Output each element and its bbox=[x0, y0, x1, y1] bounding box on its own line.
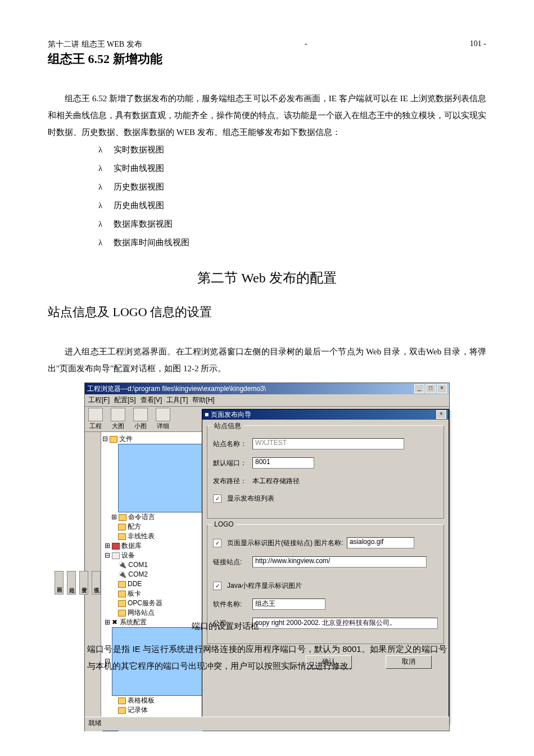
dialog-title: 页面发布向导 bbox=[211, 411, 251, 418]
page-header: 第十二讲 组态王 WEB 发布 - 101 - bbox=[48, 39, 486, 50]
show-logo-checkbox[interactable]: ✓ bbox=[213, 539, 221, 547]
software-input[interactable]: 组态王 bbox=[252, 598, 325, 610]
header-mid: - bbox=[305, 39, 307, 50]
group-label: 站点信息 bbox=[212, 421, 243, 431]
image-name-input[interactable]: asialogo.gif bbox=[347, 537, 414, 548]
overlay-paragraph: 端口号是指 IE 与运行系统进行网络连接的应用程序端口号，默认为 8001。如果… bbox=[87, 641, 447, 674]
tree-node[interactable]: 板卡 bbox=[102, 589, 201, 598]
menubar: 工程[F] 配置[S] 查看[V] 工具[T] 帮助[H] bbox=[85, 394, 449, 407]
menu-tools[interactable]: 工具[T] bbox=[166, 395, 188, 405]
tree-node[interactable]: ⊞ 数据库 bbox=[102, 541, 201, 551]
tab-system[interactable]: 系统 bbox=[92, 571, 101, 595]
software-label: 软件名称: bbox=[213, 600, 249, 609]
lambda-icon: λ bbox=[98, 233, 102, 252]
feature-list: λ实时数据视图 λ实时曲线视图 λ历史数据视图 λ历史曲线视图 λ数据库数据视图… bbox=[98, 141, 486, 252]
list-item: λ数据库数据视图 bbox=[98, 215, 486, 233]
paragraph-2: 进入组态王工程浏览器界面。在工程浏览器窗口左侧的目录树的最后一个节点为 Web … bbox=[48, 343, 486, 377]
show-group-label: 显示发布组列表 bbox=[227, 494, 274, 503]
tree-node[interactable]: 🔌 COM2 bbox=[102, 570, 201, 579]
list-item: λ历史曲线视图 bbox=[98, 196, 486, 215]
show-group-checkbox[interactable]: ✓ bbox=[213, 494, 221, 503]
minimize-button[interactable]: _ bbox=[414, 384, 424, 393]
project-icon bbox=[88, 408, 103, 421]
section-title: 第二节 Web 发布的配置 bbox=[48, 269, 486, 287]
close-button[interactable]: × bbox=[437, 384, 447, 393]
large-icon bbox=[111, 408, 125, 421]
tree-node[interactable]: ⊞ 命令语言 bbox=[102, 512, 201, 522]
intro-paragraph: 组态王 6.52 新增了数据发布的功能，服务端组态王可以不必发布画面，IE 客户… bbox=[48, 90, 486, 141]
tree-node[interactable]: 非线性表 bbox=[102, 532, 201, 541]
group-label: LOGO bbox=[212, 520, 236, 528]
tab-variable[interactable]: 变量 bbox=[79, 571, 88, 595]
tree-node[interactable]: ⊟ 设备 bbox=[102, 551, 201, 560]
company-input[interactable]: copy right 2000-2002. 北京亚控科技有限公司。 bbox=[252, 618, 438, 629]
port-input[interactable]: 8001 bbox=[252, 457, 314, 469]
lambda-icon: λ bbox=[98, 141, 102, 159]
dialog-titlebar[interactable]: ■ 页面发布向导 × bbox=[202, 410, 449, 420]
tree-node[interactable]: 表格模板 bbox=[102, 696, 201, 705]
path-value: 本工程存储路径 bbox=[252, 476, 300, 486]
detail-icon bbox=[156, 408, 170, 421]
menu-help[interactable]: 帮助[H] bbox=[192, 395, 214, 405]
tab-screen[interactable]: 画面 bbox=[55, 571, 64, 595]
site-name-input[interactable]: WXJTEST bbox=[252, 438, 404, 449]
tree-node[interactable]: 网络站点 bbox=[102, 608, 201, 618]
toolbar-small[interactable]: 小图 bbox=[133, 408, 148, 430]
list-item: λ历史数据视图 bbox=[98, 178, 486, 196]
toolbar-large[interactable]: 大图 bbox=[111, 408, 125, 430]
tree-node[interactable]: DDE bbox=[102, 579, 201, 589]
tree-node[interactable]: 画面 bbox=[102, 444, 201, 512]
toolbar-detail[interactable]: 详细 bbox=[156, 408, 170, 430]
statusbar: 就绪 bbox=[85, 717, 449, 731]
list-item: λ实时曲线视图 bbox=[98, 159, 486, 178]
tree-node[interactable]: ⊟ 文件 bbox=[102, 434, 201, 444]
show-logo-label: 页面显示标识图片(链接站点) 图片名称: bbox=[227, 538, 343, 548]
window-title: 工程浏览器---d:\program files\kingview\exampl… bbox=[87, 384, 266, 394]
menu-view[interactable]: 查看[V] bbox=[141, 395, 162, 405]
lambda-icon: λ bbox=[98, 178, 102, 196]
site-info-group: 站点信息 站点名称： WXJTEST 默认端口： 8001 发布路径： 本工程存… bbox=[207, 425, 444, 519]
site-name-label: 站点名称： bbox=[213, 439, 249, 449]
small-icon bbox=[133, 408, 148, 421]
toolbar-project[interactable]: 工程 bbox=[88, 408, 103, 430]
window-titlebar[interactable]: 工程浏览器---d:\program files\kingview\exampl… bbox=[85, 383, 449, 394]
menu-file[interactable]: 工程[F] bbox=[88, 395, 110, 405]
tab-site[interactable]: 站点 bbox=[67, 571, 76, 595]
java-logo-label: Java小程序显示标识图片 bbox=[227, 581, 302, 591]
header-right: 101 - bbox=[470, 39, 486, 50]
tree-node[interactable]: ⊞ ✖ 系统配置 bbox=[102, 618, 201, 627]
tree-node[interactable]: 配方 bbox=[102, 522, 201, 532]
port-label: 默认端口： bbox=[213, 458, 249, 468]
list-item: λ数据库时间曲线视图 bbox=[98, 233, 486, 252]
link-site-label: 链接站点: bbox=[213, 557, 249, 567]
path-label: 发布路径： bbox=[213, 476, 249, 486]
link-site-input[interactable]: http://www.kingview.com/ bbox=[252, 556, 427, 568]
app-window: 工程浏览器---d:\program files\kingview\exampl… bbox=[84, 382, 450, 731]
tree-panel[interactable]: ⊟ 文件 画面 ⊞ 命令语言 配方 非线性表 ⊞ 数据库 ⊟ 设备 🔌 COM1… bbox=[101, 432, 203, 731]
header-left: 第十二讲 组态王 WEB 发布 bbox=[48, 39, 142, 50]
maximize-button[interactable]: □ bbox=[426, 384, 436, 393]
tree-node[interactable]: 🔌 COM1 bbox=[102, 560, 201, 570]
java-logo-checkbox[interactable]: ✓ bbox=[213, 582, 221, 590]
left-tabstrip: 系统 变量 站点 画面 bbox=[85, 432, 101, 731]
dialog-close-button[interactable]: × bbox=[436, 410, 446, 419]
subsection-title: 站点信息及 LOGO 信息的设置 bbox=[48, 304, 486, 321]
publish-wizard-dialog: ■ 页面发布向导 × 站点信息 站点名称： WXJTEST 默认端口： 8001… bbox=[202, 409, 449, 724]
main-title: 组态王 6.52 新增功能 bbox=[48, 51, 486, 68]
lambda-icon: λ bbox=[98, 159, 102, 178]
tree-node[interactable]: 记录体 bbox=[102, 705, 201, 715]
list-item: λ实时数据视图 bbox=[98, 141, 486, 159]
tree-node[interactable]: OPC服务器 bbox=[102, 598, 201, 608]
lambda-icon: λ bbox=[98, 196, 102, 215]
figure-caption: 端口的设置对话框 bbox=[192, 618, 259, 634]
menu-config[interactable]: 配置[S] bbox=[114, 395, 136, 405]
lambda-icon: λ bbox=[98, 215, 102, 233]
